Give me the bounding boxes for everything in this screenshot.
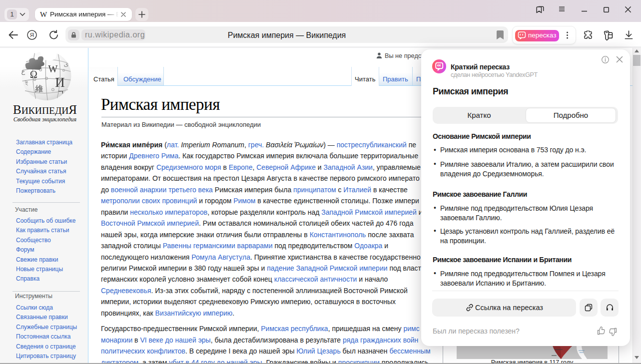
svg-text:ی: ی [63, 60, 68, 67]
svg-text:W: W [48, 63, 58, 74]
svg-text:ᄀ: ᄀ [57, 90, 64, 98]
svg-text:И: И [55, 75, 64, 90]
svg-text:“: “ [437, 62, 442, 71]
svg-text:維: 維 [34, 84, 43, 93]
svg-text:ই: ই [24, 80, 28, 87]
svg-text:ع: ع [21, 68, 25, 75]
svg-text:Я: Я [30, 32, 34, 38]
svg-text:Ω: Ω [30, 69, 37, 80]
